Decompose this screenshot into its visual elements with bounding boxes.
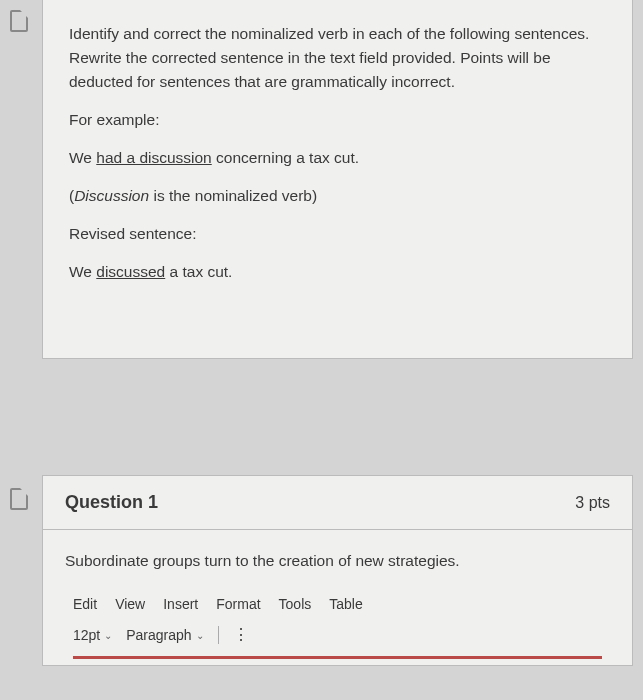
font-size-label: 12pt xyxy=(73,627,100,643)
chevron-down-icon: ⌄ xyxy=(104,630,112,641)
revised-sentence: We discussed a tax cut. xyxy=(69,260,606,284)
revised-label: Revised sentence: xyxy=(69,222,606,246)
menu-tools[interactable]: Tools xyxy=(279,596,312,612)
menu-format[interactable]: Format xyxy=(216,596,260,612)
toolbar-divider xyxy=(218,626,219,644)
bookmark-icon xyxy=(10,488,28,510)
question-header: Question 1 3 pts xyxy=(43,476,632,530)
menu-insert[interactable]: Insert xyxy=(163,596,198,612)
flag-question-button[interactable] xyxy=(10,10,28,32)
menu-table[interactable]: Table xyxy=(329,596,362,612)
editor-menu-bar: Edit View Insert Format Tools Table xyxy=(65,596,610,612)
editor-input-area[interactable] xyxy=(73,656,602,659)
question-points: 3 pts xyxy=(575,494,610,512)
question-panel: Question 1 3 pts Subordinate groups turn… xyxy=(42,475,633,666)
paragraph-style-dropdown[interactable]: Paragraph ⌄ xyxy=(126,627,203,643)
menu-view[interactable]: View xyxy=(115,596,145,612)
question-prompt: Subordinate groups turn to the creation … xyxy=(65,552,610,570)
more-options-button[interactable]: ⋮ xyxy=(233,627,248,643)
revised-underlined: discussed xyxy=(96,263,165,280)
for-example-label: For example: xyxy=(69,108,606,132)
flag-question-button[interactable] xyxy=(10,488,28,510)
question-title: Question 1 xyxy=(65,492,158,513)
bookmark-icon xyxy=(10,10,28,32)
example-sentence: We had a discussion concerning a tax cut… xyxy=(69,146,606,170)
instructions-text: Identify and correct the nominalized ver… xyxy=(69,22,606,94)
menu-edit[interactable]: Edit xyxy=(73,596,97,612)
paragraph-style-label: Paragraph xyxy=(126,627,191,643)
font-size-dropdown[interactable]: 12pt ⌄ xyxy=(73,627,112,643)
example-note: (Discussion is the nominalized verb) xyxy=(69,184,606,208)
instructions-panel: Identify and correct the nominalized ver… xyxy=(42,0,633,359)
editor-toolbar: 12pt ⌄ Paragraph ⌄ ⋮ xyxy=(65,626,610,644)
chevron-down-icon: ⌄ xyxy=(196,630,204,641)
question-body: Subordinate groups turn to the creation … xyxy=(43,530,632,665)
example-underlined: had a discussion xyxy=(96,149,211,166)
